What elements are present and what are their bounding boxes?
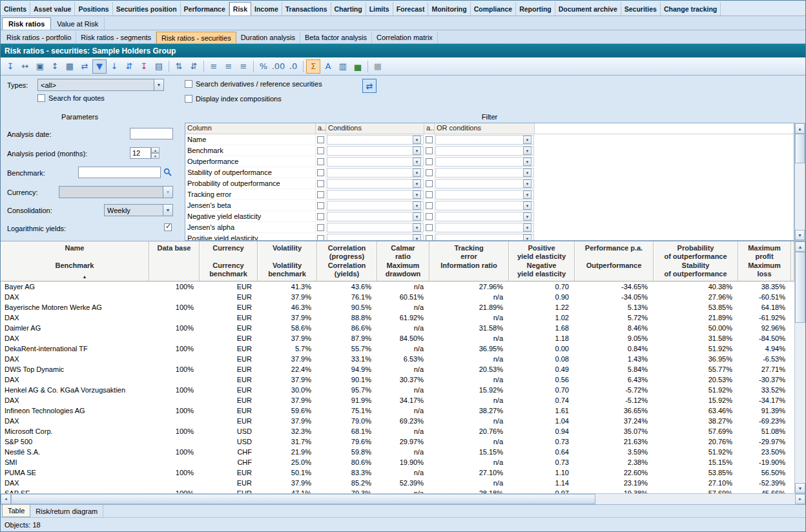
scrollbar-thumb[interactable]: [795, 252, 805, 323]
tab-risk-return-diagram[interactable]: Risk/return diagram: [30, 505, 103, 517]
scroll-left-icon[interactable]: ◂: [1, 494, 11, 504]
or-condition-dropdown[interactable]: ▼: [435, 223, 534, 232]
condition-dropdown[interactable]: ▼: [327, 234, 424, 241]
chevron-down-icon[interactable]: ▼: [523, 223, 532, 232]
chevron-down-icon[interactable]: ▼: [413, 201, 421, 210]
analysis-period-input[interactable]: [130, 147, 151, 159]
tab-risk-ratios-portfolio[interactable]: Risk ratios - portfolio: [2, 32, 76, 43]
table-row[interactable]: DAXEUR37.9%33.1%6.53%n/a0.081.43%36.95%-…: [1, 354, 794, 364]
scroll-down-icon[interactable]: ▼: [795, 230, 805, 240]
chevron-down-icon[interactable]: ▼: [523, 234, 532, 241]
table-row[interactable]: SAP SE100%EUR47.1%79.3%n/a28.18%0.9719.3…: [1, 488, 794, 493]
chevron-down-icon[interactable]: ▼: [413, 169, 421, 177]
display-index-checkbox[interactable]: [185, 95, 192, 103]
filter-checkbox[interactable]: [317, 158, 324, 165]
chevron-down-icon[interactable]: ▼: [413, 234, 421, 241]
table-row[interactable]: DekaRent-international TF100%EUR5.7%55.7…: [1, 343, 794, 354]
filter-checkbox[interactable]: [426, 202, 433, 209]
refresh-icon[interactable]: ⇄: [78, 59, 92, 74]
tab-charting[interactable]: Charting: [331, 2, 366, 15]
filter-checkbox[interactable]: [426, 147, 433, 154]
column-header-maximum-profit[interactable]: Maximum profitMaximum loss: [738, 241, 791, 281]
decrease-decimal-icon[interactable]: .0: [286, 59, 300, 74]
chevron-down-icon[interactable]: ▼: [413, 158, 421, 166]
filter-checkbox[interactable]: [426, 235, 433, 241]
chevron-down-icon[interactable]: ▼: [523, 212, 532, 221]
chevron-down-icon[interactable]: ▼: [413, 136, 421, 144]
scroll-up-icon[interactable]: ▲: [795, 123, 805, 134]
column-header-name[interactable]: NameBenchmark▲: [1, 241, 149, 281]
analysis-date-input[interactable]: [130, 128, 173, 139]
chevron-down-icon[interactable]: ▼: [523, 201, 532, 210]
tab-asset-value[interactable]: Asset value: [30, 2, 75, 15]
align-left-icon[interactable]: ≡: [207, 59, 221, 74]
align-right-icon[interactable]: ≡: [236, 59, 251, 74]
chevron-down-icon[interactable]: ▼: [523, 136, 532, 144]
filter-checkbox[interactable]: [317, 213, 324, 220]
filter-scrollbar[interactable]: ▲ ▼: [794, 123, 805, 241]
condition-dropdown[interactable]: ▼: [327, 168, 424, 178]
table-row[interactable]: Bayerische Motoren Werke AG100%EUR46.3%9…: [1, 302, 794, 312]
or-condition-dropdown[interactable]: ▼: [435, 190, 534, 200]
types-dropdown[interactable]: <all> ▼: [37, 79, 164, 91]
copy-table-icon[interactable]: ▣: [33, 59, 47, 74]
condition-dropdown[interactable]: ▼: [327, 223, 424, 232]
column-header-currency[interactable]: CurrencyCurrency benchmark: [200, 241, 258, 281]
condition-dropdown[interactable]: ▼: [327, 146, 424, 156]
filter-checkbox[interactable]: [426, 224, 433, 231]
filter-checkbox[interactable]: [426, 213, 433, 220]
refresh-button[interactable]: ⇄: [362, 79, 377, 93]
filter-checkbox[interactable]: [426, 169, 433, 176]
column-header-data-base[interactable]: Data base: [149, 241, 200, 281]
chevron-down-icon[interactable]: ▼: [154, 79, 163, 90]
sort-descending-icon[interactable]: ⇵: [187, 59, 201, 74]
column-header-positive-yield-elasticity[interactable]: Positive yield elasticityNegative yield …: [509, 241, 575, 281]
condition-dropdown[interactable]: ▼: [327, 190, 424, 200]
table-row[interactable]: Microsoft Corp.100%USD32.3%68.1%n/a20.76…: [1, 426, 794, 436]
search-derivatives-checkbox[interactable]: [185, 80, 192, 88]
fit-width-icon[interactable]: ↔: [18, 59, 32, 74]
chevron-down-icon[interactable]: ▼: [163, 205, 172, 216]
table-row[interactable]: DAXEUR37.9%91.9%34.17%n/a0.74-5.12%15.92…: [1, 395, 794, 405]
or-condition-dropdown[interactable]: ▼: [435, 168, 534, 178]
tab-value-at-risk[interactable]: Value at Risk: [51, 17, 105, 30]
column-header-tracking-error[interactable]: Tracking errorInformation ratio: [429, 241, 509, 281]
spinner-down-icon[interactable]: ▼: [151, 153, 160, 159]
tab-duration-analysis[interactable]: Duration analysis: [236, 32, 300, 43]
drill-down-icon[interactable]: ↓: [107, 59, 121, 74]
columns-icon[interactable]: ▥: [336, 59, 350, 74]
search-derivatives-option[interactable]: Search derivatives / reference securitie…: [185, 80, 322, 88]
scroll-right-icon[interactable]: ▸: [795, 494, 805, 504]
search-quotes-checkbox[interactable]: [37, 94, 45, 102]
filter-checkbox[interactable]: [317, 235, 324, 241]
or-condition-dropdown[interactable]: ▼: [435, 157, 534, 167]
scroll-down-icon[interactable]: ▼: [795, 483, 805, 493]
table-row[interactable]: Daimler AG100%EUR58.6%86.6%n/a31.58%1.68…: [1, 323, 794, 333]
font-icon[interactable]: A: [321, 59, 335, 74]
logarithmic-yields-checkbox[interactable]: [164, 223, 172, 231]
chevron-down-icon[interactable]: ▼: [523, 190, 532, 199]
filter-checkbox[interactable]: [317, 169, 324, 176]
tab-positions[interactable]: Positions: [75, 2, 112, 15]
table-row[interactable]: DWS Top Dynamic100%EUR22.4%94.9%n/a20.53…: [1, 364, 794, 374]
analysis-period-stepper[interactable]: ▲ ▼: [130, 147, 160, 159]
chevron-down-icon[interactable]: ▼: [523, 147, 532, 155]
filter-checkbox[interactable]: [317, 191, 324, 198]
tab-transactions[interactable]: Transactions: [282, 2, 331, 15]
spinner-up-icon[interactable]: ▲: [151, 147, 160, 153]
filter-checkbox[interactable]: [317, 202, 324, 209]
scrollbar-thumb[interactable]: [795, 134, 805, 163]
calendar-icon[interactable]: ▦: [63, 59, 77, 74]
increase-decimal-icon[interactable]: .00: [271, 59, 285, 74]
or-condition-dropdown[interactable]: ▼: [435, 135, 534, 145]
tab-securities-position[interactable]: Securities position: [113, 2, 181, 15]
percent-format-icon[interactable]: %: [256, 59, 271, 74]
table-row[interactable]: Infineon Technologies AG100%EUR59.6%75.1…: [1, 405, 794, 416]
tab-clients[interactable]: Clients: [1, 2, 30, 15]
scrollbar-track[interactable]: [795, 163, 805, 230]
column-header-correlation-progress[interactable]: Correlation (progress)Correlation (yield…: [317, 241, 377, 281]
column-header-probability-of-outperformance[interactable]: Probability of outperformanceStability o…: [654, 241, 738, 281]
tab-forecast[interactable]: Forecast: [393, 2, 429, 15]
tab-document-archive[interactable]: Document archive: [555, 2, 621, 15]
tab-securities[interactable]: Securities: [621, 2, 661, 15]
